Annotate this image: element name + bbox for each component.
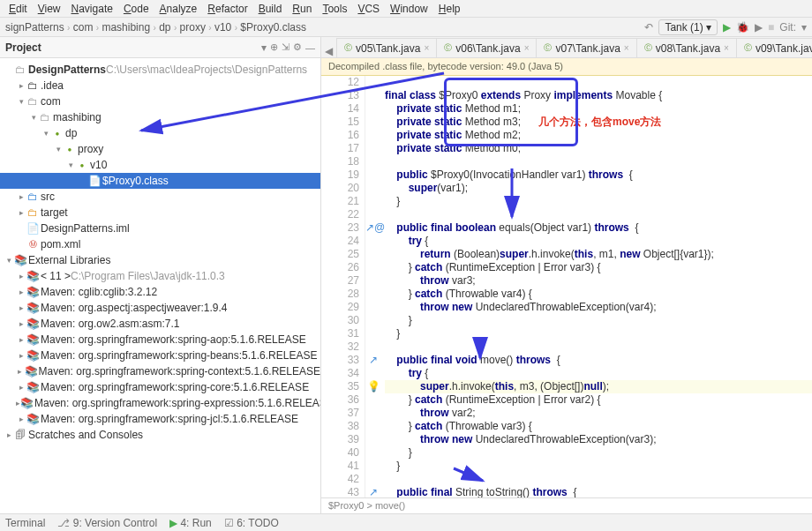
tree-item[interactable]: 📄DesignPatterns.iml	[0, 221, 320, 236]
editor-tab[interactable]: Ⓒv07\Tank.java×	[536, 38, 636, 57]
menu-window[interactable]: Window	[387, 3, 432, 15]
tree-item[interactable]: ▾🗀com	[0, 93, 320, 109]
breadcrumb[interactable]: signPatterns › com › mashibing › dp › pr…	[5, 21, 306, 34]
tree-item[interactable]: ▸📚Maven: org.aspectj:aspectjweaver:1.9.4	[0, 300, 320, 316]
settings-icon[interactable]: ⊕	[270, 41, 278, 53]
editor-tab[interactable]: Ⓒv06\Tank.java×	[436, 38, 537, 57]
coverage-icon[interactable]: ▶	[755, 21, 763, 34]
todo-tab[interactable]: ☑ 6: TODO	[224, 517, 279, 529]
editor-tab[interactable]: Ⓒv09\Tank.java×	[736, 38, 812, 57]
git-dropdown-icon[interactable]: ▾	[801, 21, 807, 34]
menu-navigate[interactable]: Navigate	[68, 3, 117, 15]
tree-item[interactable]: ▾●v10	[0, 157, 320, 173]
decompiled-notice: Decompiled .class file, bytecode version…	[321, 58, 812, 76]
close-icon[interactable]: ×	[624, 43, 629, 53]
close-icon[interactable]: ×	[524, 43, 530, 53]
tree-item[interactable]: ▸🗀target	[0, 205, 320, 221]
tree-item[interactable]: ▸📚Maven: org.springframework:spring-cont…	[0, 363, 320, 379]
code-editor[interactable]: final class $Proxy0 extends Proxy implem…	[381, 76, 812, 497]
menu-refactor[interactable]: Refactor	[204, 3, 251, 15]
gutter-icons[interactable]: ↗@↗💡↗	[365, 76, 381, 497]
run-icon[interactable]: ▶	[723, 21, 731, 34]
external-libraries[interactable]: ▾📚External Libraries	[0, 252, 320, 268]
tree-item[interactable]: ▾●proxy	[0, 141, 320, 157]
close-icon[interactable]: ×	[724, 43, 729, 53]
close-icon[interactable]: ×	[424, 43, 429, 53]
status-bar: Terminal ⎇ 9: Version Control ▶ 4: Run ☑…	[0, 513, 812, 531]
menu-build[interactable]: Build	[255, 3, 286, 15]
git-label: Git:	[779, 21, 796, 34]
tree-item[interactable]: ▾🗀mashibing	[0, 109, 320, 125]
menu-code[interactable]: Code	[120, 3, 153, 15]
tree-item[interactable]: ▸📚Maven: org.springframework:spring-bean…	[0, 348, 320, 363]
version-control-tab[interactable]: ⎇ 9: Version Control	[57, 517, 157, 529]
project-tool-window: Project▾ ⊕ ⇲ ⚙ — 🗀DesignPatterns C:\User…	[0, 37, 321, 513]
run-tab[interactable]: ▶ 4: Run	[169, 517, 212, 529]
navigation-bar: signPatterns › com › mashibing › dp › pr…	[0, 18, 812, 37]
tree-item[interactable]: ▸📚Maven: org.ow2.asm:asm:7.1	[0, 316, 320, 332]
debug-icon[interactable]: 🐞	[736, 21, 749, 34]
tree-item[interactable]: ▸📚Maven: org.springframework:spring-aop:…	[0, 332, 320, 348]
project-root[interactable]: 🗀DesignPatterns C:\Users\mac\IdeaProject…	[0, 62, 320, 78]
project-header[interactable]: Project▾ ⊕ ⇲ ⚙ —	[0, 37, 320, 58]
menu-help[interactable]: Help	[435, 3, 464, 15]
menu-edit[interactable]: Edit	[5, 3, 31, 15]
collapse-icon[interactable]: ⇲	[282, 41, 289, 53]
tree-item[interactable]: ▸📚Maven: org.springframework:spring-jcl:…	[0, 411, 320, 427]
tree-item[interactable]: ▸🗀src	[0, 189, 320, 205]
hide-icon[interactable]: —	[305, 42, 315, 53]
tree-item[interactable]: ▸📚Maven: org.springframework:spring-expr…	[0, 395, 320, 411]
tree-item[interactable]: ▸🗀.idea	[0, 78, 320, 93]
menu-vcs[interactable]: VCS	[354, 3, 383, 15]
back-icon[interactable]: ↶	[644, 21, 653, 34]
main-menu-bar: EditViewNavigateCodeAnalyzeRefactorBuild…	[0, 0, 812, 18]
terminal-tab[interactable]: Terminal	[5, 517, 45, 529]
run-config-dropdown[interactable]: Tank (1) ▾	[658, 19, 718, 35]
proxy0-class-file[interactable]: 📄$Proxy0.class	[0, 173, 320, 189]
gear-icon[interactable]: ⚙	[293, 41, 302, 53]
editor-breadcrumb[interactable]: $Proxy0 > move()	[321, 497, 812, 513]
tabs-scroll-left[interactable]: ◀	[321, 45, 336, 57]
menu-tools[interactable]: Tools	[319, 3, 350, 15]
scratches[interactable]: ▸🗐Scratches and Consoles	[0, 427, 320, 443]
line-number-gutter[interactable]: 1213141516171819202122232425262728293031…	[321, 76, 365, 497]
menu-view[interactable]: View	[34, 3, 64, 15]
tree-item[interactable]: ▸📚< 11 > C:\Program Files\Java\jdk-11.0.…	[0, 268, 320, 284]
editor-tab[interactable]: Ⓒv08\Tank.java×	[636, 38, 737, 57]
tree-item[interactable]: Ⓜpom.xml	[0, 236, 320, 252]
editor-pane: ◀Ⓒv05\Tank.java×Ⓒv06\Tank.java×Ⓒv07\Tank…	[321, 37, 812, 513]
tree-item[interactable]: ▸📚Maven: org.springframework:spring-core…	[0, 379, 320, 395]
project-tree[interactable]: 🗀DesignPatterns C:\Users\mac\IdeaProject…	[0, 58, 320, 446]
stop-icon[interactable]: ■	[768, 21, 774, 34]
menu-analyze[interactable]: Analyze	[156, 3, 201, 15]
menu-run[interactable]: Run	[289, 3, 315, 15]
editor-tabs[interactable]: ◀Ⓒv05\Tank.java×Ⓒv06\Tank.java×Ⓒv07\Tank…	[321, 37, 812, 58]
tree-item[interactable]: ▾●dp	[0, 125, 320, 141]
editor-tab[interactable]: Ⓒv05\Tank.java×	[336, 38, 437, 57]
tree-item[interactable]: ▸📚Maven: cglib:cglib:3.2.12	[0, 284, 320, 300]
